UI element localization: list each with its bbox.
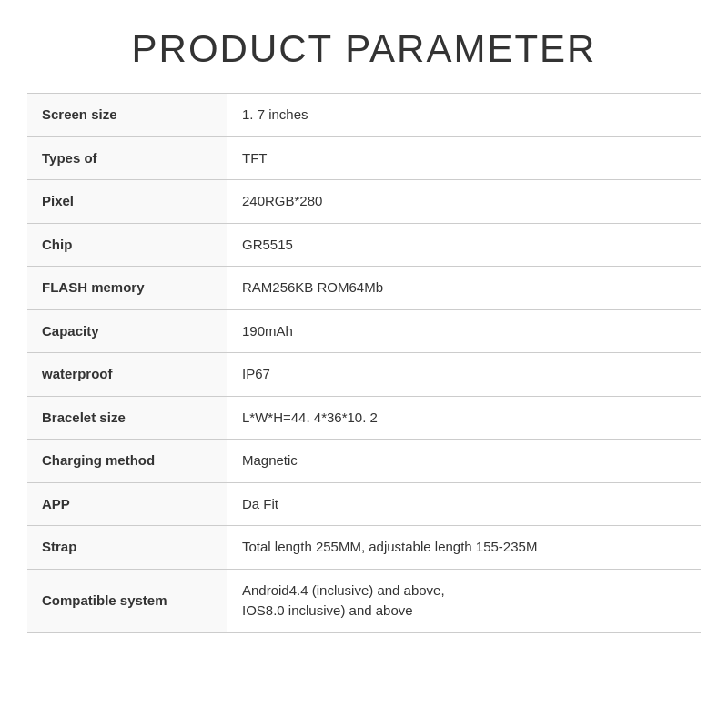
table-row: FLASH memoryRAM256KB ROM64Mb	[27, 267, 701, 310]
param-label: Strap	[27, 526, 228, 570]
param-label: Screen size	[27, 94, 228, 137]
param-value: 240RGB*280	[228, 180, 701, 224]
param-value: Android4.4 (inclusive) and above,IOS8.0 …	[228, 569, 701, 632]
table-row: Charging methodMagnetic	[27, 440, 701, 483]
page-title: PRODUCT PARAMETER	[27, 27, 701, 71]
page-container: PRODUCT PARAMETER Screen size1. 7 inches…	[0, 0, 728, 728]
table-row: StrapTotal length 255MM, adjustable leng…	[27, 526, 701, 570]
table-row: APPDa Fit	[27, 482, 701, 526]
param-value: IP67	[228, 353, 701, 397]
table-row: Compatible systemAndroid4.4 (inclusive) …	[27, 569, 701, 632]
param-label: Chip	[27, 223, 228, 267]
param-label: Charging method	[27, 440, 228, 483]
param-value: 1. 7 inches	[228, 94, 701, 137]
param-value: Magnetic	[228, 440, 701, 483]
table-row: waterproofIP67	[27, 353, 701, 397]
param-value: TFT	[228, 136, 701, 180]
param-value: Total length 255MM, adjustable length 15…	[228, 526, 701, 570]
table-row: Screen size1. 7 inches	[27, 94, 701, 137]
param-value: L*W*H=44. 4*36*10. 2	[228, 396, 701, 440]
param-label: Bracelet size	[27, 396, 228, 440]
param-label: Capacity	[27, 309, 228, 353]
table-row: Pixel240RGB*280	[27, 180, 701, 224]
param-label: Compatible system	[27, 569, 228, 632]
table-row: Bracelet sizeL*W*H=44. 4*36*10. 2	[27, 396, 701, 440]
table-row: ChipGR5515	[27, 223, 701, 267]
param-value: 190mAh	[228, 309, 701, 353]
table-row: Types ofTFT	[27, 136, 701, 180]
param-label: Types of	[27, 136, 228, 180]
params-table: Screen size1. 7 inchesTypes ofTFTPixel24…	[27, 93, 701, 633]
param-value: GR5515	[228, 223, 701, 267]
table-row: Capacity190mAh	[27, 309, 701, 353]
param-value: RAM256KB ROM64Mb	[228, 267, 701, 310]
param-label: APP	[27, 482, 228, 526]
param-label: Pixel	[27, 180, 228, 224]
param-label: FLASH memory	[27, 267, 228, 310]
param-label: waterproof	[27, 353, 228, 397]
param-value: Da Fit	[228, 482, 701, 526]
